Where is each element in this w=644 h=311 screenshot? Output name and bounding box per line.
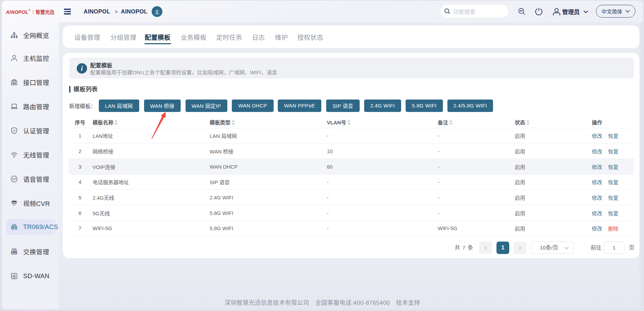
svg-text:SIP: SIP [12,178,17,181]
